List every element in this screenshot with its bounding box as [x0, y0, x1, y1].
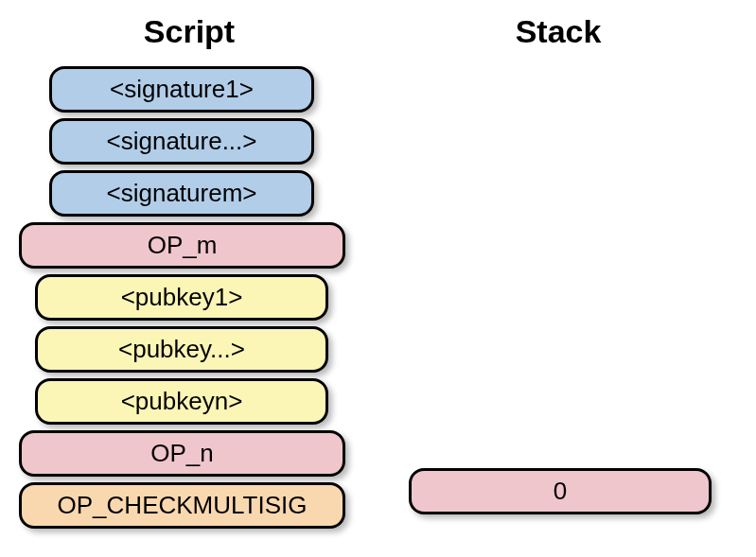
script-column-title: Script — [19, 13, 360, 50]
script-item-op-m: OP_m — [19, 222, 345, 269]
script-column: <signature1> <signature...> <signaturem>… — [19, 66, 345, 534]
script-item-signature: <signaturem> — [49, 170, 314, 217]
script-item-pubkey: <pubkey...> — [35, 326, 328, 373]
script-item-pubkey: <pubkey1> — [35, 274, 328, 321]
script-item-checkmultisig: OP_CHECKMULTISIG — [19, 482, 345, 529]
stack-item-zero: 0 — [409, 468, 712, 514]
stack-column: 0 — [409, 66, 712, 539]
script-item-op-n: OP_n — [19, 430, 345, 477]
stack-column-title: Stack — [402, 13, 714, 50]
diagram-canvas: Script Stack <signature1> <signature...>… — [0, 0, 756, 557]
script-item-pubkey: <pubkeyn> — [35, 378, 328, 425]
script-item-signature: <signature1> — [49, 66, 314, 113]
script-item-signature: <signature...> — [49, 118, 314, 165]
